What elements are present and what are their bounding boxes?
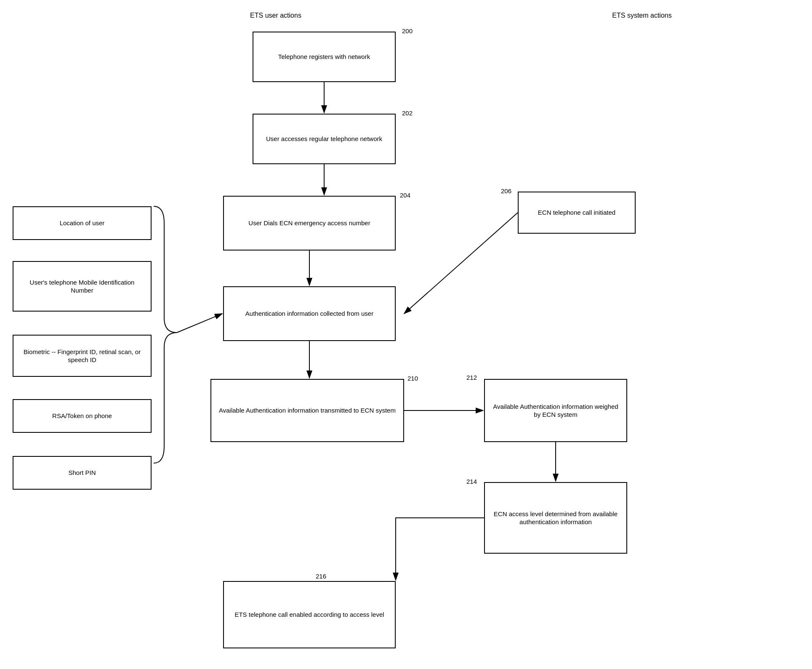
header-system-actions: ETS system actions [568, 12, 716, 19]
node-208: Authentication information collected fro… [223, 286, 396, 341]
diagram-container: ETS user actions ETS system actions Tele… [0, 0, 812, 669]
left-box-rsa: RSA/Token on phone [13, 399, 152, 433]
node-202: User accesses regular telephone network [253, 114, 396, 164]
node-216: ETS telephone call enabled according to … [223, 581, 396, 648]
node-210: Available Authentication information tra… [210, 379, 404, 442]
svg-line-8 [177, 314, 222, 333]
left-box-biometric: Biometric -- Fingerprint ID, retinal sca… [13, 335, 152, 377]
label-206: 206 [501, 187, 511, 195]
node-214: ECN access level determined from availab… [484, 482, 627, 554]
label-210: 210 [407, 375, 418, 382]
label-200: 200 [402, 27, 413, 35]
node-204: User Dials ECN emergency access number [223, 196, 396, 251]
header-user-actions: ETS user actions [202, 12, 349, 19]
left-box-min: User's telephone Mobile Identification N… [13, 261, 152, 312]
left-box-pin: Short PIN [13, 456, 152, 490]
label-214: 214 [466, 478, 477, 485]
node-206: ECN telephone call initiated [518, 192, 636, 234]
svg-line-4 [404, 213, 518, 314]
label-204: 204 [400, 192, 410, 199]
label-202: 202 [402, 109, 413, 117]
label-212: 212 [466, 374, 477, 381]
left-box-location: Location of user [13, 206, 152, 240]
node-212: Available Authentication information wei… [484, 379, 627, 442]
label-216: 216 [316, 573, 326, 580]
node-200: Telephone registers with network [253, 32, 396, 82]
